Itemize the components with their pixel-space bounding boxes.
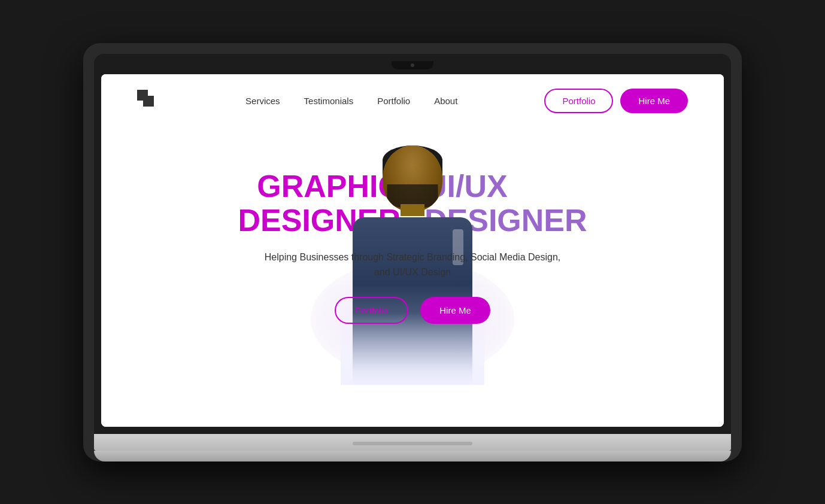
hero-portfolio-button[interactable]: Portfolio xyxy=(335,297,408,324)
website-content: Services Testimonials Portfolio About Po… xyxy=(101,74,724,427)
person-neck xyxy=(401,204,424,216)
laptop-bottom xyxy=(94,451,731,462)
nav-portfolio[interactable]: Portfolio xyxy=(377,96,410,106)
laptop-frame: Services Testimonials Portfolio About Po… xyxy=(83,43,742,462)
webcam-notch xyxy=(392,61,433,69)
screen-bezel: Services Testimonials Portfolio About Po… xyxy=(94,54,731,434)
nav-about[interactable]: About xyxy=(434,96,457,106)
hero-section: GRAPHIC DESIGNER xyxy=(101,127,724,427)
webcam-dot xyxy=(411,63,414,67)
nav-testimonials[interactable]: Testimonials xyxy=(304,96,354,106)
logo xyxy=(137,90,159,111)
laptop-base xyxy=(94,434,731,451)
laptop-screen: Services Testimonials Portfolio About Po… xyxy=(101,74,724,427)
hero-desc-line1: Helping Businesses through Strategic Bra… xyxy=(265,252,561,262)
trackpad-bar xyxy=(353,442,472,445)
person-head xyxy=(383,145,442,211)
nav-portfolio-button[interactable]: Portfolio xyxy=(544,89,613,113)
logo-square-bottom xyxy=(143,96,154,107)
nav-buttons: Portfolio Hire Me xyxy=(544,89,688,113)
navbar: Services Testimonials Portfolio About Po… xyxy=(101,74,724,127)
hero-desc-line2: and UI/UX Design xyxy=(374,267,451,277)
hero-cta-row: Portfolio Hire Me xyxy=(335,297,490,324)
hero-text-row: GRAPHIC DESIGNER xyxy=(101,133,724,238)
nav-links: Services Testimonials Portfolio About xyxy=(245,96,457,106)
nav-hire-me-button[interactable]: Hire Me xyxy=(620,89,688,113)
nav-services[interactable]: Services xyxy=(245,96,280,106)
hero-description: Helping Businesses through Strategic Bra… xyxy=(265,250,561,280)
hero-hire-me-button[interactable]: Hire Me xyxy=(420,297,490,324)
